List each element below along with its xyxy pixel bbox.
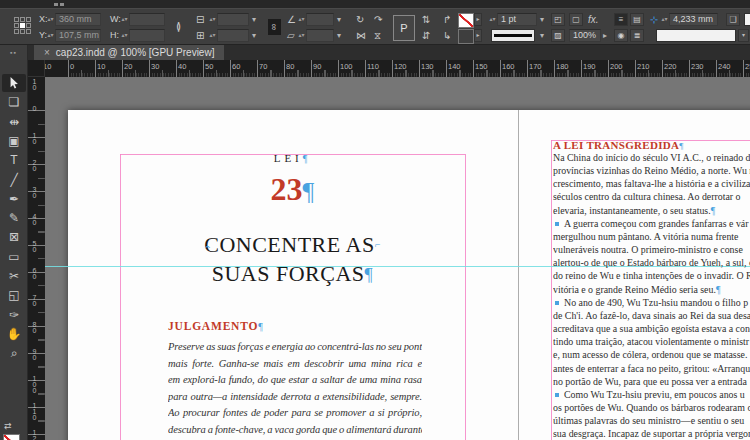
height-field[interactable] — [129, 29, 165, 42]
zoom-tool[interactable]: ⌕ — [2, 344, 26, 362]
tab-close-icon[interactable]: × — [44, 45, 50, 60]
corner-shape-icon[interactable]: ▢ — [569, 13, 583, 26]
constrain-dimensions-icon[interactable]: ≬ — [176, 20, 181, 33]
ruler-label: 10 — [31, 132, 38, 144]
text-line: do reino de Wu e tinha intenções de o in… — [553, 269, 750, 282]
document-canvas[interactable]: LEI¶ 23¶ CONCENTRE AS⌐ SUAS FORÇAS¶ ˆ JU… — [45, 77, 750, 440]
shear-stepper[interactable]: ▴▾ — [298, 29, 305, 42]
stroke-color-expand-button[interactable]: ▸ — [474, 13, 482, 26]
align-content-icon[interactable]: ↳ — [443, 29, 451, 42]
line-tool[interactable]: ╱ — [2, 171, 26, 189]
gap-stepper[interactable]: ▴▾ — [661, 13, 668, 26]
eyedropper-tool[interactable]: ✑ — [2, 306, 26, 324]
vertical-ruler[interactable]: 100102030405060708090100110120 — [28, 77, 45, 440]
margin-guide-left-right-page[interactable] — [551, 140, 552, 440]
stroke-style-dropdown[interactable] — [491, 29, 535, 42]
flip-along-icon[interactable]: ⇵ — [422, 29, 430, 42]
effects-fx-icon[interactable]: fx. — [588, 13, 599, 26]
no-text-wrap-icon[interactable]: ≡ — [614, 13, 628, 26]
tools-panel-header[interactable]: ▪▪ — [0, 45, 28, 60]
shear-dropdown-icon[interactable]: ▾ — [337, 29, 341, 42]
type-tool[interactable]: T — [2, 151, 26, 169]
pen-tool[interactable]: ✒ — [2, 190, 26, 208]
fill-color-expand-button[interactable]: ▸ — [474, 29, 482, 42]
margin-guide-right-left-page[interactable] — [465, 154, 466, 440]
direct-selection-tool[interactable]: ❏ — [2, 93, 26, 111]
rotate-ccw-icon[interactable]: ↷ — [374, 13, 382, 26]
window-titlebar — [0, 0, 750, 8]
fill-none-swatch[interactable] — [3, 434, 20, 440]
swap-fill-stroke-icon[interactable]: ⇄ — [4, 421, 12, 431]
stroke-weight-stepper[interactable]: ▴▾ — [489, 13, 496, 26]
object-style-icon[interactable]: ❑ — [726, 13, 740, 26]
document-tab[interactable]: × cap23.indd @ 100% [GPU Preview] — [34, 45, 224, 60]
rectangle-frame-tool[interactable]: ⊠ — [2, 228, 26, 246]
x-stepper[interactable]: ▴▾ — [47, 13, 54, 26]
link-scale-icon[interactable]: ∞ — [268, 19, 281, 35]
y-stepper[interactable]: ▴▾ — [47, 29, 54, 42]
stroke-color-none-swatch[interactable] — [458, 13, 474, 28]
h-stepper[interactable]: ▴▾ — [121, 29, 128, 42]
horizontal-ruler[interactable]: 1001020304050607080901001101201301401501… — [45, 60, 750, 77]
rotation-stepper[interactable]: ▴▾ — [298, 13, 305, 26]
indesign-window: X: ▴▾ 360 mm Y: ▴▾ 107,5 mm W: ▴▾ H: ▴▾ … — [0, 0, 750, 440]
right-page-body-text[interactable]: Na China do início do século VI A.C., o … — [553, 151, 750, 440]
fill-color-swatch[interactable] — [458, 29, 474, 44]
width-field[interactable] — [129, 13, 165, 26]
text-line: Como Wu Tzu-hsiu previu, em poucos anos … — [553, 388, 750, 401]
text-line: os portões de Wu. Quando os bárbaros rod… — [553, 401, 750, 414]
wrap-around-object-icon[interactable]: ◉ — [614, 29, 628, 42]
stroke-style-dropdown-icon[interactable]: ▾ — [540, 29, 544, 42]
content-collector-tool[interactable]: ▣ — [2, 132, 26, 150]
gap-tool[interactable]: ⇹ — [2, 113, 26, 131]
paragraph-marker-icon — [555, 222, 559, 226]
constrain-gap-icon[interactable]: ⊹ — [650, 13, 658, 26]
hand-tool[interactable]: ✋ — [2, 325, 26, 343]
preset-dropdown-icon[interactable]: ▾ — [738, 29, 749, 42]
flip-across-icon[interactable]: ⇅ — [422, 13, 430, 26]
flip-horizontal-icon[interactable]: ⋈ — [356, 29, 366, 42]
swatch-preview[interactable] — [744, 13, 750, 26]
text-line: elevaria, instantaneamente, o seu status… — [553, 204, 750, 217]
reference-point-proxy[interactable] — [14, 17, 31, 34]
text-line: províncias vizinhas do Reino Médio, a no… — [553, 164, 750, 177]
pilcrow-mark: ¶ — [303, 177, 315, 206]
rotation-dropdown-icon[interactable]: ▾ — [337, 13, 341, 26]
opacity-icon: ▨ — [551, 29, 565, 42]
preset-dropdown[interactable] — [656, 29, 736, 42]
rectangle-tool[interactable]: ▭ — [2, 248, 26, 266]
scale-y-field[interactable] — [217, 29, 249, 42]
scale-y-dropdown-icon[interactable]: ▾ — [252, 29, 256, 42]
text-wrap-bounding-icon[interactable]: ▤ — [630, 13, 644, 26]
jump-object-icon[interactable]: ≣ — [630, 29, 644, 42]
opacity-expand-icon[interactable]: ▸ — [603, 29, 607, 42]
rotate-content-icon[interactable]: ↱ — [443, 13, 451, 26]
ruler-corner[interactable] — [28, 60, 45, 77]
scale-x-field[interactable] — [217, 13, 249, 26]
w-stepper[interactable]: ▴▾ — [121, 13, 128, 26]
y-position-field[interactable]: 107,5 mm — [55, 29, 101, 42]
ruler-label: 10 — [97, 62, 105, 71]
x-position-field[interactable]: 360 mm — [55, 13, 101, 26]
rotation-angle-icon: ∠ — [287, 13, 296, 26]
scissors-tool[interactable]: ✂ — [2, 267, 26, 285]
stroke-weight-field[interactable]: 1 pt — [497, 13, 537, 26]
stroke-weight-dropdown-icon[interactable]: ▾ — [540, 13, 544, 26]
tools-panel: ❏⇹▣T╱✒✎⊠▭✂◱✑✋⌕ ⇄ T — [0, 60, 28, 440]
gap-value-field[interactable]: 4,233 mm — [669, 13, 718, 26]
free-transform-tool[interactable]: ◱ — [2, 286, 26, 304]
scale-x-stepper[interactable]: ▴▾ — [209, 13, 216, 26]
scale-x-dropdown-icon[interactable]: ▾ — [252, 13, 256, 26]
shear-field[interactable] — [306, 29, 334, 42]
text-line: mergulhou num pântano. A vitória numa fr… — [553, 230, 750, 243]
pencil-tool[interactable]: ✎ — [2, 209, 26, 227]
selection-tool[interactable] — [2, 74, 26, 92]
left-page-body-text[interactable]: Preserve as suas forças e energia ao con… — [168, 339, 422, 439]
flip-vertical-icon[interactable]: ⧖ — [374, 29, 381, 42]
ruler-label: 30 — [151, 62, 159, 71]
opacity-field[interactable]: 100% — [569, 29, 601, 42]
rotation-field[interactable] — [306, 13, 334, 26]
corner-options-icon[interactable]: ◰ — [551, 13, 565, 26]
rotate-cw-icon[interactable]: ↻ — [356, 13, 364, 26]
scale-y-stepper[interactable]: ▴▾ — [209, 29, 216, 42]
